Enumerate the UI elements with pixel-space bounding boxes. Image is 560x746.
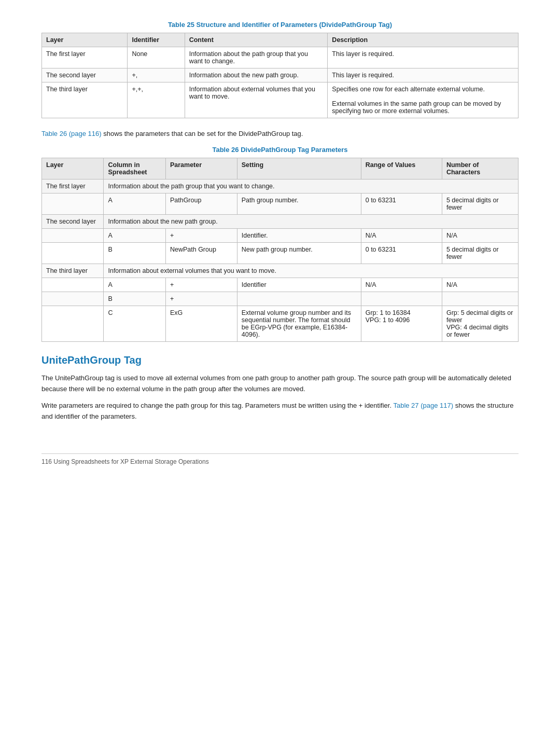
t26-tl-r1-range: N/A bbox=[361, 278, 442, 292]
table26-title: Table 26 DividePathGroup Tag Parameters bbox=[41, 146, 519, 154]
t26-tl-r3-range-line1: Grp: 1 to 16384 bbox=[366, 309, 411, 316]
t26-tl-r1-col: A bbox=[104, 278, 165, 292]
table25-section: Table 25 Structure and Identifier of Par… bbox=[41, 21, 519, 118]
table26: Layer Column in Spreadsheet Parameter Se… bbox=[41, 158, 519, 342]
t26-sl-empty2 bbox=[42, 242, 104, 264]
t26-sl-r1-col: A bbox=[104, 228, 165, 242]
t25-header-content: Content bbox=[185, 33, 328, 47]
t26-header-column: Column in Spreadsheet bbox=[104, 158, 165, 179]
body-paragraph-2: Write parameters are required to change … bbox=[41, 400, 519, 422]
table-row: The second layer +, Information about th… bbox=[42, 68, 519, 82]
t26-tl-r3-range-line2: VPG: 1 to 4096 bbox=[366, 316, 410, 324]
t26-header-layer: Layer bbox=[42, 158, 104, 179]
t26-header-setting: Setting bbox=[237, 158, 361, 179]
t25-r1-content: Information about the path group that yo… bbox=[185, 47, 328, 68]
t25-r2-layer: The second layer bbox=[42, 68, 128, 82]
table26-section: Table 26 DividePathGroup Tag Parameters … bbox=[41, 146, 519, 342]
t25-r2-identifier: +, bbox=[128, 68, 185, 82]
t26-tl-r3-chars-line1: Grp: 5 decimal digits or fewer bbox=[446, 309, 513, 324]
intro-suffix: shows the parameters that can be set for… bbox=[102, 130, 303, 137]
t26-third-layer-label: The third layer bbox=[42, 264, 104, 278]
t26-second-layer-info: Information about the new path group. bbox=[104, 214, 519, 228]
t26-fl-r1-range: 0 to 63231 bbox=[361, 193, 442, 214]
t26-header-range: Range of Values bbox=[361, 158, 442, 179]
t25-r1-layer: The first layer bbox=[42, 47, 128, 68]
t26-tl-r3-col: C bbox=[104, 306, 165, 341]
table-row: B + bbox=[42, 292, 519, 306]
t26-sl-r2-param: NewPath Group bbox=[165, 242, 237, 264]
t26-second-layer-label: The second layer bbox=[42, 214, 104, 228]
t26-fl-r1-chars: 5 decimal digits or fewer bbox=[442, 193, 518, 214]
t25-r3-layer: The third layer bbox=[42, 82, 128, 118]
t26-sl-empty bbox=[42, 228, 104, 242]
t26-tl-r2-col: B bbox=[104, 292, 165, 306]
table25-header-row: Layer Identifier Content Description bbox=[42, 33, 519, 47]
t25-r3-identifier: +,+, bbox=[128, 82, 185, 118]
footer-text: 116 Using Spreadsheets for XP External S… bbox=[41, 458, 209, 465]
t26-tl-empty1 bbox=[42, 278, 104, 292]
table25: Layer Identifier Content Description The… bbox=[41, 33, 519, 118]
t25-r3-desc-line2: External volumes in the same path group … bbox=[332, 100, 501, 115]
table27-link[interactable]: Table 27 (page 117) bbox=[393, 402, 453, 409]
table-row: A PathGroup Path group number. 0 to 6323… bbox=[42, 193, 519, 214]
t26-tl-r3-param: ExG bbox=[165, 306, 237, 341]
t26-tl-r3-setting: External volume group number and its seq… bbox=[237, 306, 361, 341]
t26-third-layer-info: Information about external volumes that … bbox=[104, 264, 519, 278]
t26-sl-r2-col: B bbox=[104, 242, 165, 264]
table-row: The third layer +,+, Information about e… bbox=[42, 82, 519, 118]
t25-r2-description: This layer is required. bbox=[328, 68, 519, 82]
t26-fl-r1-param: PathGroup bbox=[165, 193, 237, 214]
footer-bar: 116 Using Spreadsheets for XP External S… bbox=[41, 453, 519, 465]
t25-header-identifier: Identifier bbox=[128, 33, 185, 47]
table-row: A + Identifier. N/A N/A bbox=[42, 228, 519, 242]
t25-header-layer: Layer bbox=[42, 33, 128, 47]
t26-tl-r3-chars: Grp: 5 decimal digits or fewer VPG: 4 de… bbox=[442, 306, 518, 341]
table-row: C ExG External volume group number and i… bbox=[42, 306, 519, 341]
t26-header-chars: Number of Characters bbox=[442, 158, 518, 179]
body-p2-prefix: Write parameters are required to change … bbox=[41, 402, 393, 409]
t26-fl-r1-setting: Path group number. bbox=[237, 193, 361, 214]
t26-fl-empty bbox=[42, 193, 104, 214]
t25-r3-description: Specifies one row for each alternate ext… bbox=[328, 82, 519, 118]
t25-r3-content: Information about external volumes that … bbox=[185, 82, 328, 118]
t26-sl-r1-range: N/A bbox=[361, 228, 442, 242]
t26-tl-r2-setting bbox=[237, 292, 361, 306]
t26-sl-r2-range: 0 to 63231 bbox=[361, 242, 442, 264]
table26-link[interactable]: Table 26 (page 116) bbox=[41, 130, 102, 137]
intro-paragraph: Table 26 (page 116) shows the parameters… bbox=[41, 129, 519, 140]
table-row: A + Identifier N/A N/A bbox=[42, 278, 519, 292]
t25-r3-desc-line1: Specifies one row for each alternate ext… bbox=[332, 86, 485, 93]
table-row: The second layer Information about the n… bbox=[42, 214, 519, 228]
t25-r1-description: This layer is required. bbox=[328, 47, 519, 68]
t26-tl-r1-setting: Identifier bbox=[237, 278, 361, 292]
table26-header-row: Layer Column in Spreadsheet Parameter Se… bbox=[42, 158, 519, 179]
t26-tl-empty3 bbox=[42, 306, 104, 341]
table-row: The third layer Information about extern… bbox=[42, 264, 519, 278]
t26-first-layer-info: Information about the path group that yo… bbox=[104, 179, 519, 193]
t26-sl-r1-chars: N/A bbox=[442, 228, 518, 242]
t26-tl-r2-range bbox=[361, 292, 442, 306]
table-row: B NewPath Group New path group number. 0… bbox=[42, 242, 519, 264]
t26-header-parameter: Parameter bbox=[165, 158, 237, 179]
t26-sl-r1-setting: Identifier. bbox=[237, 228, 361, 242]
table25-title: Table 25 Structure and Identifier of Par… bbox=[41, 21, 519, 29]
t26-tl-r1-param: + bbox=[165, 278, 237, 292]
body-paragraph-1: The UnitePathGroup tag is used to move a… bbox=[41, 372, 519, 395]
t26-tl-r1-chars: N/A bbox=[442, 278, 518, 292]
table-row: The first layer None Information about t… bbox=[42, 47, 519, 68]
t25-header-description: Description bbox=[328, 33, 519, 47]
t25-r1-identifier: None bbox=[128, 47, 185, 68]
t26-sl-r1-param: + bbox=[165, 228, 237, 242]
t26-tl-r3-chars-line2: VPG: 4 decimal digits or fewer bbox=[446, 324, 509, 338]
t26-tl-r2-chars bbox=[442, 292, 518, 306]
t26-tl-r3-range: Grp: 1 to 16384 VPG: 1 to 4096 bbox=[361, 306, 442, 341]
section-heading: UnitePathGroup Tag bbox=[41, 354, 519, 366]
t26-tl-empty2 bbox=[42, 292, 104, 306]
table-row: The first layer Information about the pa… bbox=[42, 179, 519, 193]
t26-sl-r2-setting: New path group number. bbox=[237, 242, 361, 264]
t26-tl-r2-param: + bbox=[165, 292, 237, 306]
t26-sl-r2-chars: 5 decimal digits or fewer bbox=[442, 242, 518, 264]
t26-first-layer-label: The first layer bbox=[42, 179, 104, 193]
t26-fl-r1-col: A bbox=[104, 193, 165, 214]
t25-r2-content: Information about the new path group. bbox=[185, 68, 328, 82]
